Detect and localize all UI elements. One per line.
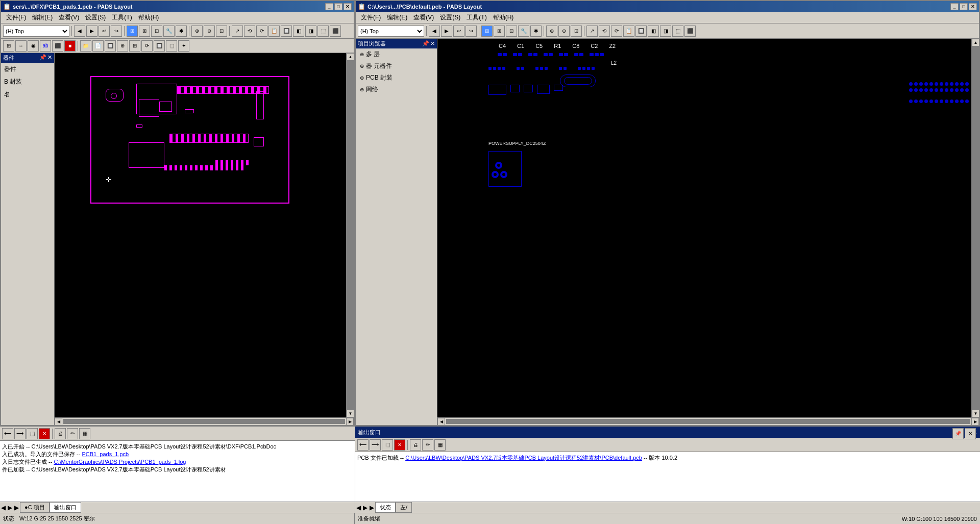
tb-btn-17[interactable]: ◨ xyxy=(305,26,316,37)
tb2-btn-3[interactable]: ◉ xyxy=(28,40,39,52)
right-hscroll-right[interactable]: ▶ xyxy=(971,418,979,426)
right-tb-route[interactable]: ↗ xyxy=(586,26,598,37)
right-tb-zoom-fit[interactable]: ⊡ xyxy=(571,26,582,37)
right-tb-btn-8[interactable]: 🔧 xyxy=(518,26,529,37)
right-menu-edit[interactable]: 编辑(E) xyxy=(384,12,410,23)
left-tab-project[interactable]: ●C 项目 xyxy=(20,502,50,513)
tb2-btn-10[interactable]: ⊕ xyxy=(117,40,128,52)
layer-select-right[interactable]: (H) Top xyxy=(358,26,424,37)
panel-item-component[interactable]: 器件 xyxy=(1,63,54,76)
right-vscroll-up[interactable]: ▲ xyxy=(972,39,979,46)
vscroll-up[interactable]: ▲ xyxy=(347,53,354,61)
menu-tools-left[interactable]: 工具(T) xyxy=(109,12,135,23)
hscroll-left[interactable]: ◀ xyxy=(55,418,62,426)
hscroll-track[interactable] xyxy=(63,419,345,424)
tb2-btn-9[interactable]: 🔲 xyxy=(105,40,116,52)
menu-help-left[interactable]: 帮助(H) xyxy=(135,12,162,23)
tb2-btn-5[interactable]: ⬛ xyxy=(52,40,63,52)
right-close-button[interactable]: ✕ xyxy=(969,3,977,10)
hscroll-right[interactable]: ▶ xyxy=(346,418,354,426)
btb-pin[interactable]: 📌 xyxy=(952,428,964,439)
browser-item-layers[interactable]: ⊕ 多 层 xyxy=(356,48,437,60)
right-tb-btn-6[interactable]: ⊞ xyxy=(494,26,505,37)
tb2-btn-2[interactable]: ↔ xyxy=(15,40,27,52)
panel-item-name[interactable]: 名 xyxy=(1,88,54,101)
btb-btn-6[interactable]: ✏ xyxy=(67,428,78,439)
right-menu-help[interactable]: 帮助(H) xyxy=(490,12,517,23)
right-tab-arrows-3[interactable]: ▶ xyxy=(369,503,375,512)
menu-view-left[interactable]: 查看(V) xyxy=(56,12,82,23)
right-canvas[interactable]: C4 C1 C5 R1 C8 C2 Z2 xyxy=(437,39,971,417)
rbtb-btn-3[interactable]: ⬚ xyxy=(382,439,393,451)
tb2-btn-12[interactable]: ⟳ xyxy=(141,40,153,52)
right-output-link[interactable]: C:\Users\LBW\Desktop\PADS VX2.7版本零基础PCB … xyxy=(405,455,642,461)
tb-btn-1[interactable]: ◀ xyxy=(74,26,85,37)
tb2-btn-7[interactable]: 📁 xyxy=(80,40,91,52)
tb-btn-5[interactable]: ⊞ xyxy=(127,26,138,37)
tb-btn-route[interactable]: ↗ xyxy=(232,26,243,37)
tb-btn-16[interactable]: ◧ xyxy=(293,26,304,37)
tb2-btn-15[interactable]: ✦ xyxy=(178,40,189,52)
btb-btn-4[interactable]: ✕ xyxy=(39,428,50,439)
left-tab-arrows-3[interactable]: ▶ xyxy=(13,503,20,512)
right-tb-zoom-out[interactable]: ⊖ xyxy=(558,26,570,37)
right-tb-btn-1[interactable]: ◀ xyxy=(429,26,440,37)
right-tb-btn-15[interactable]: 🔲 xyxy=(635,26,647,37)
tb-btn-9[interactable]: ✱ xyxy=(176,26,187,37)
btb-btn-3[interactable]: ⬚ xyxy=(27,428,38,439)
right-vscroll-down[interactable]: ▼ xyxy=(972,410,979,417)
right-tb-btn-5[interactable]: ⊞ xyxy=(481,26,493,37)
tb2-btn-8[interactable]: 📄 xyxy=(92,40,104,52)
browser-item-pcb-footprint[interactable]: ⊕ PCB 封装 xyxy=(356,72,437,84)
tb-btn-7[interactable]: ⊡ xyxy=(151,26,162,37)
close-button[interactable]: ✕ xyxy=(344,3,352,10)
browser-item-components[interactable]: ⊕ 器 元器件 xyxy=(356,60,437,72)
left-tab-arrows-1[interactable]: ◀ xyxy=(0,503,7,512)
layer-select-left[interactable]: (H) Top xyxy=(3,26,69,37)
tb-btn-3[interactable]: ↩ xyxy=(99,26,110,37)
right-tab-left[interactable]: 左/ xyxy=(396,502,412,513)
tb2-btn-1[interactable]: ⊞ xyxy=(3,40,14,52)
rbtb-btn-2[interactable]: ⟶ xyxy=(370,439,381,451)
rbtb-btn-1[interactable]: ⟵ xyxy=(357,439,369,451)
tb-btn-6[interactable]: ⊞ xyxy=(139,26,150,37)
right-hscrollbar[interactable]: ◀ ▶ xyxy=(437,417,979,425)
right-tb-btn-12[interactable]: ⟲ xyxy=(599,26,610,37)
tb-btn-18[interactable]: ⬚ xyxy=(317,26,329,37)
right-vscrollbar[interactable]: ▲ ▼ xyxy=(971,39,979,417)
menu-edit-left[interactable]: 编辑(E) xyxy=(29,12,56,23)
btb-btn-7[interactable]: ▦ xyxy=(79,428,90,439)
rbtb-btn-cancel[interactable]: ✕ xyxy=(394,439,405,451)
right-tb-btn-19[interactable]: ⬛ xyxy=(684,26,696,37)
output-link-pcb[interactable]: PCB1_pads_1.pcb xyxy=(82,451,129,457)
right-maximize-button[interactable]: □ xyxy=(960,3,968,10)
menu-file-left[interactable]: 文件(F) xyxy=(3,12,29,23)
tb-btn-2[interactable]: ▶ xyxy=(86,26,97,37)
tb-btn-19[interactable]: ⬛ xyxy=(330,26,341,37)
right-tb-zoom-in[interactable]: ⊕ xyxy=(546,26,557,37)
browser-close-icon[interactable]: ✕ xyxy=(430,40,435,47)
btb-btn-5[interactable]: 🖨 xyxy=(55,428,66,439)
tb2-btn-4[interactable]: ab xyxy=(40,40,51,52)
tb2-btn-11[interactable]: ⊞ xyxy=(129,40,140,52)
tb2-btn-14[interactable]: ⬚ xyxy=(166,40,177,52)
tb-btn-11[interactable]: ⊖ xyxy=(204,26,215,37)
right-tb-btn-7[interactable]: ⊡ xyxy=(506,26,517,37)
output-link-log[interactable]: C:\MentorGraphics\PADS Projects\PCB1_pad… xyxy=(54,459,186,465)
rbtb-btn-grid[interactable]: ▦ xyxy=(434,439,446,451)
tb-btn-10[interactable]: ⊕ xyxy=(191,26,203,37)
right-tb-btn-14[interactable]: 📋 xyxy=(623,26,634,37)
tb-btn-13[interactable]: ⟳ xyxy=(256,26,267,37)
right-tb-btn-9[interactable]: ✱ xyxy=(530,26,542,37)
right-minimize-button[interactable]: _ xyxy=(950,3,959,10)
panel-pin-icon[interactable]: 📌 xyxy=(39,54,46,62)
right-hscroll-left[interactable]: ◀ xyxy=(437,418,445,426)
right-tab-arrows-2[interactable]: ▶ xyxy=(362,503,369,512)
right-tb-btn-18[interactable]: ⬚ xyxy=(672,26,683,37)
btb-btn-2[interactable]: ⟶ xyxy=(14,428,26,439)
btb-close[interactable]: ✕ xyxy=(965,428,976,439)
right-menu-settings[interactable]: 设置(S) xyxy=(437,12,463,23)
right-tab-arrows-1[interactable]: ◀ xyxy=(355,503,362,512)
btb-btn-1[interactable]: ⟵ xyxy=(2,428,13,439)
right-tb-btn-16[interactable]: ◧ xyxy=(648,26,659,37)
